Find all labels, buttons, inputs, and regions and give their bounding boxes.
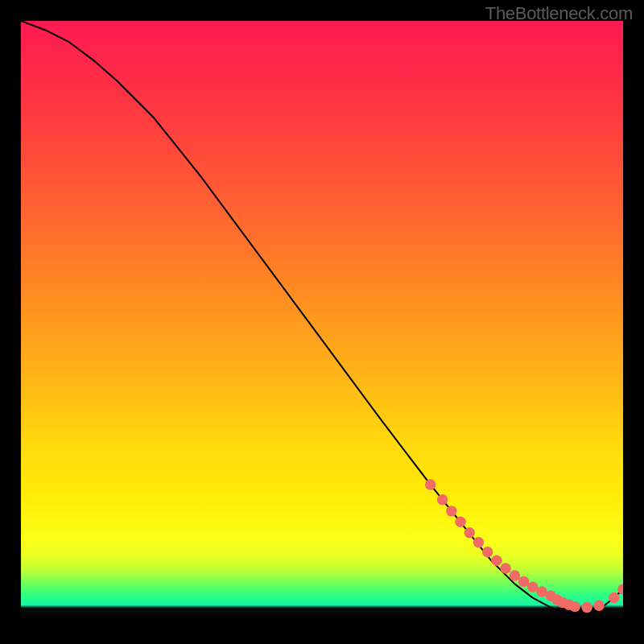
watermark-label: TheBottleneck.com — [485, 3, 633, 24]
scatter-point — [482, 547, 493, 557]
scatter-point — [437, 494, 448, 505]
curve-layer — [21, 21, 623, 623]
scatter-point — [491, 555, 502, 565]
scatter-point — [609, 592, 619, 603]
scatter-points — [425, 479, 623, 613]
scatter-point — [593, 601, 604, 611]
plot-area — [21, 21, 623, 623]
chart-frame: TheBottleneck.com — [0, 0, 644, 644]
scatter-point — [446, 506, 456, 516]
scatter-point — [581, 602, 592, 613]
scatter-point — [569, 601, 580, 612]
bottleneck-curve — [21, 21, 623, 615]
scatter-point — [500, 563, 510, 573]
scatter-point — [464, 527, 475, 538]
scatter-point — [510, 570, 520, 580]
scatter-point — [455, 517, 465, 527]
scatter-point — [518, 576, 529, 587]
scatter-point — [473, 537, 484, 547]
scatter-point — [425, 479, 436, 489]
